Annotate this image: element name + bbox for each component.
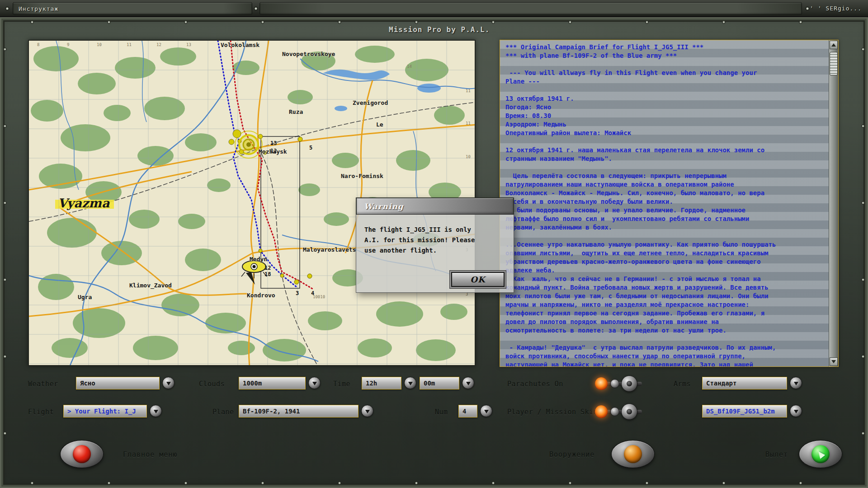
briefing-text: *** Original Campaign Brief for Flight I…: [500, 40, 828, 366]
plane-label: Plane: [212, 408, 234, 416]
knob-icon: [621, 375, 637, 392]
chevron-down-icon: [466, 382, 471, 385]
time-minutes-arrow-button[interactable]: [462, 377, 474, 389]
skin-value: DS_Bf109F_JG51_b2m: [703, 408, 775, 415]
skin-toggle[interactable]: [595, 402, 651, 422]
plane-select[interactable]: Bf-109F-2, 1941: [239, 405, 359, 418]
num-select[interactable]: 4: [458, 405, 477, 418]
num-arrow-button[interactable]: [480, 405, 492, 417]
knob-icon: [621, 404, 637, 420]
weather-select[interactable]: Ясно: [76, 377, 160, 389]
arrow-down-icon: [831, 360, 836, 363]
num-label: Num: [435, 408, 448, 416]
weather-label: Weather: [28, 380, 58, 388]
screen: Инструктаж ' ' SERgio... Mission Pro by …: [0, 0, 868, 488]
num-value: 4: [459, 408, 466, 415]
muzzle-flash-icon: [595, 377, 608, 390]
arms-select[interactable]: Стандарт: [702, 377, 787, 389]
scrollbar[interactable]: [829, 40, 838, 366]
takeoff-label: Вылет: [765, 450, 788, 459]
plane-arrow-button[interactable]: [361, 405, 373, 417]
skin-arrow-button[interactable]: [790, 405, 802, 417]
time-label: Time: [333, 380, 350, 388]
time-hours-arrow-button[interactable]: [404, 377, 416, 389]
ok-label: OK: [470, 275, 485, 284]
chevron-down-icon: [154, 410, 158, 413]
knob-small-icon: [610, 407, 619, 416]
scroll-up-button[interactable]: [830, 41, 838, 49]
clouds-arrow-button[interactable]: [308, 377, 321, 389]
armament-button[interactable]: [611, 440, 655, 468]
chevron-down-icon: [794, 382, 798, 385]
tab-briefing[interactable]: Инструктаж: [13, 2, 252, 15]
topbar-user-text: ' ' SERgio...: [810, 5, 862, 12]
parachutes-label: Parachutes On: [507, 380, 563, 388]
flight-select[interactable]: > Your Flight: I_J: [63, 405, 147, 418]
warning-dialog: Warning The flight I_JG5_III is only A.I…: [356, 197, 514, 293]
dialog-titlebar[interactable]: Warning: [356, 197, 514, 215]
parachutes-toggle[interactable]: [595, 374, 651, 394]
time-hours-select[interactable]: 12h: [362, 377, 401, 389]
weather-value: Ясно: [76, 380, 95, 387]
skin-select[interactable]: DS_Bf109F_JG51_b2m: [702, 405, 787, 418]
ok-button[interactable]: OK: [451, 272, 505, 287]
dialog-title: Warning: [364, 202, 404, 211]
cursor-arrow-icon: [816, 449, 826, 459]
chevron-down-icon: [365, 410, 370, 413]
tab-briefing-label: Инструктаж: [19, 5, 58, 12]
dialog-message: The flight I_JG5_III is only A.I. for th…: [356, 215, 514, 256]
time-minutes-select[interactable]: 00m: [420, 377, 459, 389]
weather-arrow-button[interactable]: [162, 377, 175, 389]
city-label-vyazma: Vyazma: [58, 196, 109, 210]
chevron-down-icon: [408, 382, 413, 385]
green-light-icon: [811, 445, 830, 463]
flight-arrow-button[interactable]: [150, 405, 162, 417]
clouds-label: Clouds: [199, 380, 225, 388]
scroll-down-button[interactable]: [830, 357, 838, 366]
scroll-thumb[interactable]: [830, 52, 838, 75]
knob-small-icon: [610, 379, 619, 388]
main-menu-label: Главное меню: [123, 450, 177, 459]
arms-label: Arms: [674, 380, 691, 388]
topbar-segment: [259, 2, 802, 15]
flight-value: > Your Flight: I_J: [64, 408, 136, 415]
arms-arrow-button[interactable]: [790, 377, 802, 389]
arrow-up-icon: [831, 43, 836, 47]
muzzle-flash-icon: [595, 405, 608, 418]
amber-light-icon: [624, 445, 642, 463]
flight-label: Flight: [28, 408, 54, 416]
red-light-icon: [73, 445, 91, 463]
time-hours-value: 12h: [362, 380, 377, 387]
briefing-panel: *** Original Campaign Brief for Flight I…: [500, 40, 839, 367]
mod-watermark: Mission Pro by P.A.L.: [389, 25, 490, 34]
time-minutes-value: 00m: [420, 380, 435, 387]
main-menu-button[interactable]: [60, 440, 104, 468]
armament-label: Вооружение: [549, 450, 594, 459]
top-bar: Инструктаж ' ' SERgio...: [0, 0, 868, 17]
chevron-down-icon: [794, 410, 798, 413]
chevron-down-icon: [166, 382, 171, 385]
clouds-value: 1000m: [239, 380, 262, 387]
skin-label: Player / Mission Skin:: [507, 408, 602, 416]
takeoff-button[interactable]: [799, 440, 842, 468]
chevron-down-icon: [484, 410, 489, 413]
plane-value: Bf-109F-2, 1941: [239, 408, 300, 415]
clouds-select[interactable]: 1000m: [239, 377, 306, 389]
arms-value: Стандарт: [703, 380, 736, 387]
dialog-body: The flight I_JG5_III is only A.I. for th…: [356, 215, 514, 293]
chevron-down-icon: [312, 382, 317, 385]
